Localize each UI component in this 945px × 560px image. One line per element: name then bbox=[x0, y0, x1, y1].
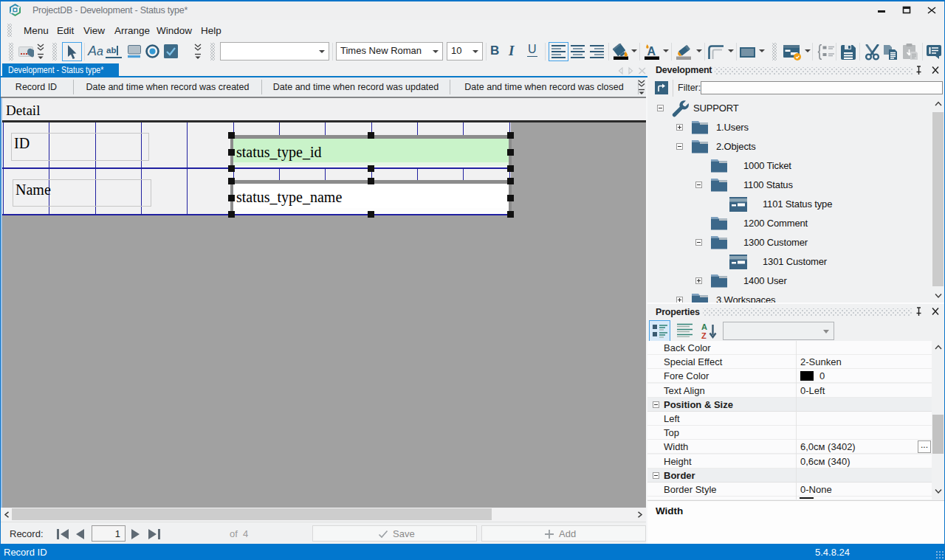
svg-text:Z: Z bbox=[701, 331, 707, 339]
svg-text:A: A bbox=[701, 322, 707, 331]
